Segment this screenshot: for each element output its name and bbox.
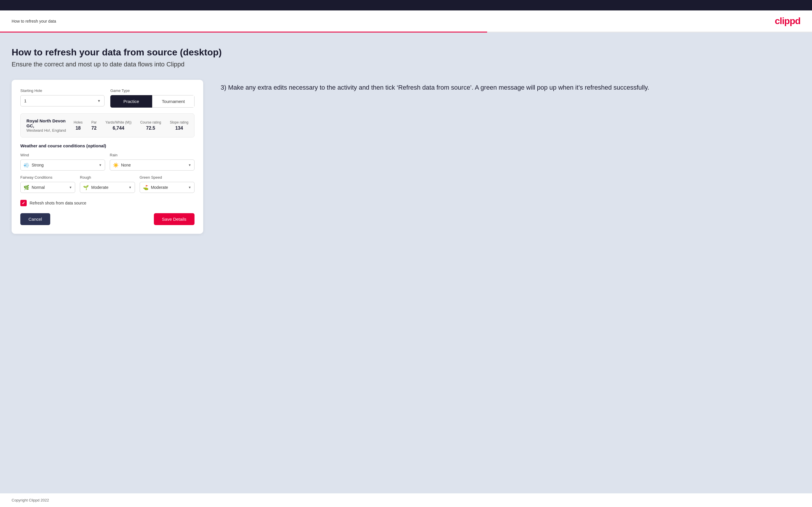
practice-button[interactable]: Practice bbox=[110, 95, 152, 108]
course-rating-stat: Course rating 72.5 bbox=[140, 120, 161, 131]
wind-icon: 💨 bbox=[23, 162, 29, 168]
game-type-label: Game Type bbox=[110, 89, 195, 93]
chevron-down-icon: ▼ bbox=[97, 99, 101, 103]
conditions-row-2: Fairway Conditions 🌿 Normal ▼ Rough 🌱 Mo… bbox=[20, 175, 195, 193]
logo: clippd bbox=[775, 16, 800, 26]
wind-select[interactable]: 💨 Strong ▼ bbox=[20, 160, 105, 171]
wind-rain-row: Wind 💨 Strong ▼ Rain ☀️ None ▼ bbox=[20, 153, 195, 171]
course-rating-value: 72.5 bbox=[146, 126, 155, 131]
refresh-checkbox[interactable]: ✓ bbox=[20, 200, 27, 206]
rough-label: Rough bbox=[80, 175, 135, 179]
par-label: Par bbox=[91, 120, 97, 124]
green-speed-label: Green Speed bbox=[140, 175, 195, 179]
par-value: 72 bbox=[92, 126, 97, 131]
cancel-button[interactable]: Cancel bbox=[20, 213, 50, 225]
green-speed-value: Moderate bbox=[151, 185, 168, 190]
yards-value: 6,744 bbox=[113, 126, 124, 131]
green-speed-select[interactable]: ⛳ Moderate ▼ bbox=[140, 182, 195, 193]
fairway-icon: 🌿 bbox=[23, 185, 29, 190]
page-subtitle: Ensure the correct and most up to date d… bbox=[12, 61, 800, 68]
conditions-section: Weather and course conditions (optional)… bbox=[20, 143, 195, 193]
header: How to refresh your data clippd bbox=[0, 10, 812, 33]
copyright-text: Copyright Clippd 2022 bbox=[12, 498, 49, 502]
course-stats: Holes 18 Par 72 Yards/White (M)) 6,744 C… bbox=[74, 120, 189, 131]
wind-group: Wind 💨 Strong ▼ bbox=[20, 153, 105, 171]
course-rating-label: Course rating bbox=[140, 120, 161, 124]
chevron-down-icon: ▼ bbox=[188, 186, 191, 189]
save-details-button[interactable]: Save Details bbox=[154, 213, 195, 225]
page-title: How to refresh your data from source (de… bbox=[12, 47, 800, 58]
fairway-select[interactable]: 🌿 Normal ▼ bbox=[20, 182, 75, 193]
course-name: Royal North Devon GC, bbox=[27, 118, 74, 128]
slope-rating-value: 134 bbox=[175, 126, 183, 131]
rain-value: None bbox=[121, 163, 131, 167]
holes-stat: Holes 18 bbox=[74, 120, 83, 131]
course-row: Royal North Devon GC, Westward Ho!, Engl… bbox=[20, 113, 195, 137]
refresh-checkbox-row: ✓ Refresh shots from data source bbox=[20, 200, 195, 206]
rough-value: Moderate bbox=[91, 185, 108, 190]
yards-label: Yards/White (M)) bbox=[105, 120, 132, 124]
rain-label: Rain bbox=[110, 153, 195, 157]
slope-rating-stat: Slope rating 134 bbox=[170, 120, 189, 131]
course-info: Royal North Devon GC, Westward Ho!, Engl… bbox=[27, 118, 74, 132]
rough-group: Rough 🌱 Moderate ▼ bbox=[80, 175, 135, 193]
course-location: Westward Ho!, England bbox=[27, 128, 74, 132]
content-row: Starting Hole 1 ▼ Game Type Practice Tou… bbox=[12, 80, 800, 234]
starting-hole-group: Starting Hole 1 ▼ bbox=[20, 89, 104, 108]
starting-hole-select[interactable]: 1 ▼ bbox=[20, 95, 104, 106]
fairway-value: Normal bbox=[32, 185, 45, 190]
starting-hole-value: 1 bbox=[24, 98, 27, 103]
conditions-title: Weather and course conditions (optional) bbox=[20, 143, 195, 148]
yards-stat: Yards/White (M)) 6,744 bbox=[105, 120, 132, 131]
green-speed-group: Green Speed ⛳ Moderate ▼ bbox=[140, 175, 195, 193]
rain-group: Rain ☀️ None ▼ bbox=[110, 153, 195, 171]
edit-card: Starting Hole 1 ▼ Game Type Practice Tou… bbox=[12, 80, 203, 234]
slope-rating-label: Slope rating bbox=[170, 120, 189, 124]
main-content: How to refresh your data from source (de… bbox=[0, 33, 812, 493]
green-speed-icon: ⛳ bbox=[143, 185, 149, 190]
fairway-label: Fairway Conditions bbox=[20, 175, 75, 179]
tournament-button[interactable]: Tournament bbox=[152, 95, 195, 108]
chevron-down-icon: ▼ bbox=[129, 186, 132, 189]
buttons-row: Cancel Save Details bbox=[20, 213, 195, 225]
rough-icon: 🌱 bbox=[83, 185, 89, 190]
holes-label: Holes bbox=[74, 120, 83, 124]
game-type-toggle: Practice Tournament bbox=[110, 95, 195, 108]
fairway-group: Fairway Conditions 🌿 Normal ▼ bbox=[20, 175, 75, 193]
side-text: 3) Make any extra edits necessary to the… bbox=[221, 80, 800, 92]
chevron-down-icon: ▼ bbox=[69, 186, 72, 189]
footer: Copyright Clippd 2022 bbox=[0, 493, 812, 507]
top-bar bbox=[0, 0, 812, 10]
starting-hole-label: Starting Hole bbox=[20, 89, 104, 93]
top-fields-row: Starting Hole 1 ▼ Game Type Practice Tou… bbox=[20, 89, 195, 108]
chevron-down-icon: ▼ bbox=[188, 163, 191, 167]
side-description: 3) Make any extra edits necessary to the… bbox=[221, 83, 800, 92]
rain-select[interactable]: ☀️ None ▼ bbox=[110, 160, 195, 171]
wind-value: Strong bbox=[32, 163, 44, 167]
game-type-group: Game Type Practice Tournament bbox=[110, 89, 195, 108]
par-stat: Par 72 bbox=[91, 120, 97, 131]
chevron-down-icon: ▼ bbox=[99, 163, 102, 167]
wind-label: Wind bbox=[20, 153, 105, 157]
holes-value: 18 bbox=[75, 126, 81, 131]
checkmark-icon: ✓ bbox=[22, 201, 25, 205]
rough-select[interactable]: 🌱 Moderate ▼ bbox=[80, 182, 135, 193]
refresh-label: Refresh shots from data source bbox=[30, 201, 86, 205]
rain-icon: ☀️ bbox=[113, 162, 119, 168]
breadcrumb: How to refresh your data bbox=[12, 19, 56, 23]
